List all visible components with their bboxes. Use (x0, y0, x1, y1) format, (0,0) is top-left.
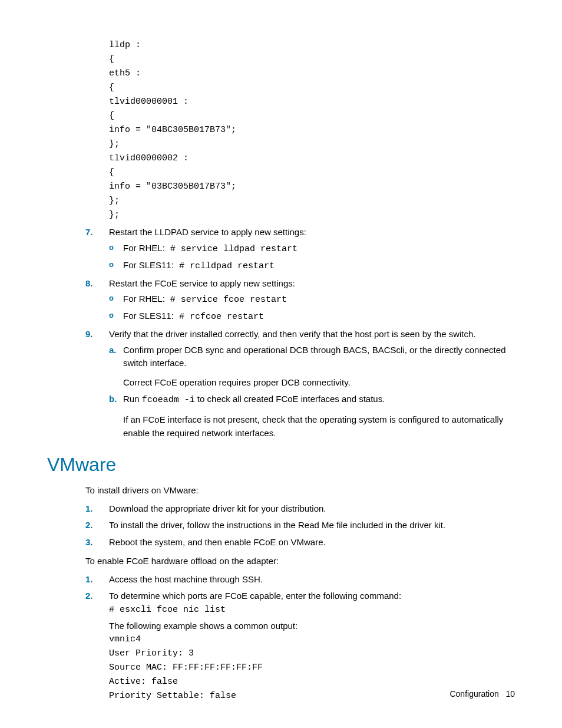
code-line: tlvid00000001 : (109, 95, 515, 109)
code-line: { (109, 109, 515, 123)
sub-cmd: # rclldpad restart (174, 261, 275, 271)
step-text: Verify that the driver installed correct… (109, 329, 476, 339)
step-text: To determine which ports are FCoE capabl… (109, 589, 515, 603)
sub-item: For RHEL: # service fcoe restart (109, 292, 515, 307)
step-text: Restart the FCoE service to apply new se… (109, 278, 295, 288)
code-line: }; (109, 194, 515, 208)
code-line: info = "03BC305B017B73"; (109, 180, 515, 194)
vmware-body: To install drivers on VMware: 1.Download… (85, 484, 515, 703)
sub-item: For SLES11: # rclldpad restart (109, 259, 515, 274)
list-item: 1.Download the appropriate driver kit fo… (85, 502, 515, 516)
step-text: Access the host machine through SSH. (109, 574, 263, 584)
sub-cmd: # service lldpad restart (165, 244, 297, 254)
alpha-marker: b. (109, 393, 117, 406)
step-8: 8. Restart the FCoE service to apply new… (85, 277, 515, 325)
vmware-enable-list: 1.Access the host machine through SSH. 2… (85, 573, 515, 704)
sub-cmd: # rcfcoe restart (174, 312, 264, 322)
page-footer: Configuration 10 (449, 689, 515, 699)
step-text: Reboot the system, and then enable FCoE … (109, 537, 326, 547)
step-9: 9. Verify that the driver installed corr… (85, 328, 515, 440)
sub-line: If an FCoE interface is not present, che… (123, 413, 515, 440)
step-text: Download the appropriate driver kit for … (109, 503, 326, 513)
sub-line: Correct FCoE operation requires proper D… (123, 376, 515, 390)
code-line: lldp : (109, 38, 515, 52)
sub-label: For RHEL: (123, 294, 165, 304)
code-line: tlvid00000002 : (109, 151, 515, 166)
code-line: { (109, 166, 515, 180)
command-line: # esxcli fcoe nic list (109, 603, 515, 617)
sub-line: Run fcoeadm -i to check all created FCoE… (123, 393, 515, 407)
vmware-intro-1: To install drivers on VMware: (85, 484, 515, 498)
step-text: Restart the LLDPAD service to apply new … (109, 227, 306, 237)
step-7-sublist: For RHEL: # service lldpad restart For S… (109, 242, 515, 274)
steps-list-top: 7. Restart the LLDPAD service to apply n… (85, 226, 515, 440)
output-line: User Priority: 3 (109, 647, 515, 661)
list-item: 3.Reboot the system, and then enable FCo… (85, 536, 515, 549)
text-fragment: to check all created FCoE interfaces and… (195, 394, 385, 404)
step-number: 1. (85, 502, 103, 516)
output-line: vmnic4 (109, 633, 515, 647)
section-heading-vmware: VMware (47, 454, 515, 476)
sub-line: Confirm proper DCB sync and operational … (123, 344, 515, 370)
sub-label: For SLES11: (123, 311, 174, 321)
list-item: 2. To determine which ports are FCoE cap… (85, 589, 515, 703)
code-line: }; (109, 208, 515, 222)
footer-page-number: 10 (505, 689, 515, 699)
list-item: 2.To install the driver, follow the inst… (85, 519, 515, 532)
sub-cmd: # service fcoe restart (165, 295, 287, 305)
sub-item: For SLES11: # rcfcoe restart (109, 309, 515, 324)
step-number: 2. (85, 589, 103, 603)
sub-item-a: a. Confirm proper DCB sync and operation… (109, 344, 515, 390)
code-line: { (109, 81, 515, 95)
step-7: 7. Restart the LLDPAD service to apply n… (85, 226, 515, 274)
output-line: Source MAC: FF:FF:FF:FF:FF:FF (109, 661, 515, 675)
sub-label: For RHEL: (123, 243, 165, 253)
step-number: 9. (85, 328, 103, 341)
sub-label: For SLES11: (123, 260, 174, 270)
alpha-marker: a. (109, 344, 117, 357)
code-line: info = "04BC305B017B73"; (109, 123, 515, 137)
sub-item: For RHEL: # service lldpad restart (109, 242, 515, 256)
step-text: To install the driver, follow the instru… (109, 520, 445, 530)
code-line: { (109, 52, 515, 67)
vmware-install-list: 1.Download the appropriate driver kit fo… (85, 502, 515, 549)
step-8-sublist: For RHEL: # service fcoe restart For SLE… (109, 292, 515, 324)
step-number: 1. (85, 573, 103, 587)
step-number: 8. (85, 277, 103, 291)
code-line: }; (109, 137, 515, 151)
page-container: lldp : { eth5 : { tlvid00000001 : { info… (0, 0, 562, 728)
list-item: 1.Access the host machine through SSH. (85, 573, 515, 587)
sub-item-b: b. Run fcoeadm -i to check all created F… (109, 393, 515, 440)
inline-code: fcoeadm -i (142, 395, 195, 405)
step-number: 7. (85, 226, 103, 239)
code-line: eth5 : (109, 67, 515, 81)
step-9-sublist: a. Confirm proper DCB sync and operation… (109, 344, 515, 440)
footer-section: Configuration (449, 689, 498, 699)
step-number: 3. (85, 536, 103, 549)
vmware-intro-2: To enable FCoE hardware offload on the a… (85, 555, 515, 568)
step-number: 2. (85, 519, 103, 532)
output-line: Active: false (109, 675, 515, 689)
text-fragment: Run (123, 394, 142, 404)
example-intro: The following example shows a common out… (109, 620, 515, 633)
code-block-lldp: lldp : { eth5 : { tlvid00000001 : { info… (109, 38, 515, 222)
